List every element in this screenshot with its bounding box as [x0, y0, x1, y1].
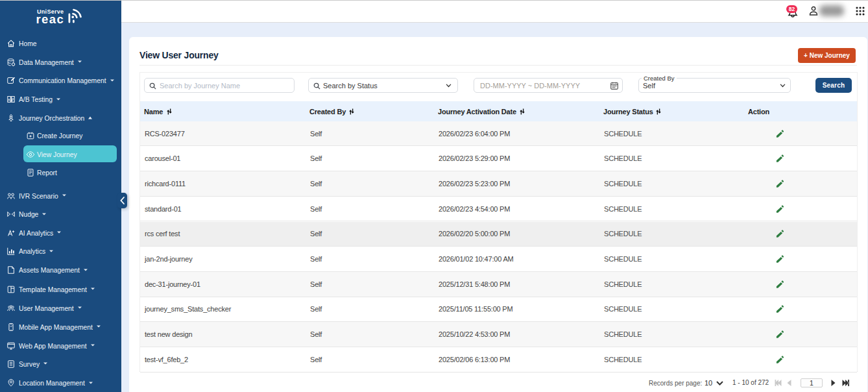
svg-text:reac: reac [36, 12, 65, 26]
